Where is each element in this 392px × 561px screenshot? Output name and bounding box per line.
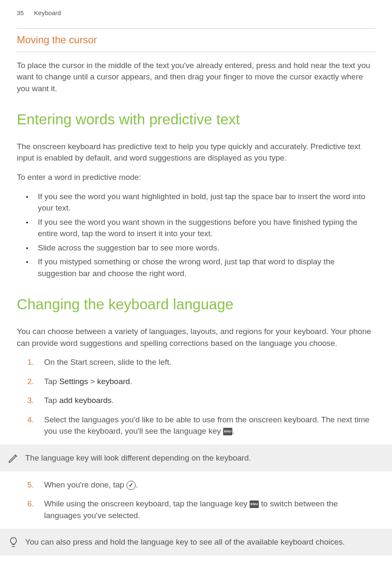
step-text: .: [130, 377, 132, 386]
list-item: If you see the word you want highlighted…: [38, 191, 375, 214]
step-number: 6.: [27, 498, 34, 510]
step-text: When you're done, tap: [44, 480, 126, 489]
heading-keyboard-language: Changing the keyboard language: [17, 294, 375, 315]
step-text: While using the onscreen keyboard, tap t…: [44, 499, 250, 508]
step-text: >: [88, 377, 97, 386]
moving-cursor-body: To place the cursor in the middle of the…: [17, 60, 375, 95]
predictive-intro: The onscreen keyboard has predictive tex…: [17, 141, 375, 164]
step-strong: add keyboards: [59, 396, 112, 405]
step-text: .: [136, 480, 138, 489]
list-item: Slide across the suggestion bar to see m…: [38, 242, 375, 254]
list-item: 1. On the Start screen, slide to the lef…: [44, 356, 375, 368]
list-item: 3. Tap add keyboards.: [44, 395, 375, 406]
page-number: 35: [17, 9, 24, 16]
list-item: 2. Tap Settings > keyboard.: [44, 376, 375, 387]
divider: [17, 52, 375, 52]
step-number: 5.: [27, 479, 34, 491]
list-item: If you see the word you want shown in th…: [38, 216, 375, 240]
lightbulb-icon: [8, 536, 19, 548]
list-item: 5. When you're done, tap .: [44, 479, 375, 491]
note-box: The language key will look different dep…: [0, 445, 392, 471]
step-text: .: [112, 396, 114, 405]
step-strong: keyboard: [97, 377, 130, 386]
predictive-lead: To enter a word in predictive mode:: [17, 171, 375, 183]
language-key-icon: ENU: [250, 500, 259, 508]
predictive-bullets: If you see the word you want highlighted…: [17, 191, 375, 279]
step-strong: Settings: [59, 377, 88, 386]
language-steps-continued: 5. When you're done, tap . 6. While usin…: [17, 479, 375, 521]
list-item: 4. Select the languages you'd like to be…: [44, 414, 375, 437]
language-intro: You can choose between a variety of lang…: [17, 326, 375, 349]
section-title-moving-cursor: Moving the cursor: [17, 29, 375, 52]
step-text: Tap: [44, 396, 59, 405]
step-number: 1.: [27, 356, 34, 368]
step-number: 4.: [27, 414, 34, 426]
language-steps: 1. On the Start screen, slide to the lef…: [17, 356, 375, 437]
list-item: If you mistyped something or chose the w…: [38, 256, 375, 279]
step-text: .: [232, 427, 234, 435]
step-text: Tap: [44, 377, 59, 386]
pencil-icon: [8, 452, 19, 464]
note-box: You can also press and hold the language…: [0, 529, 392, 556]
note-text: You can also press and hold the language…: [25, 537, 345, 546]
language-key-icon: ENU: [223, 428, 232, 435]
note-text: The language key will look different dep…: [25, 453, 251, 462]
step-number: 2.: [27, 376, 34, 387]
step-text: Select the languages you'd like to be ab…: [44, 415, 369, 436]
page-header: 35 Keyboard: [17, 8, 375, 18]
check-icon: [126, 481, 136, 490]
step-number: 3.: [27, 395, 34, 406]
heading-predictive-text: Entering words with predictive text: [17, 109, 375, 130]
header-section: Keyboard: [34, 9, 61, 16]
step-text: On the Start screen, slide to the left.: [44, 358, 171, 366]
list-item: 6. While using the onscreen keyboard, ta…: [44, 498, 375, 521]
